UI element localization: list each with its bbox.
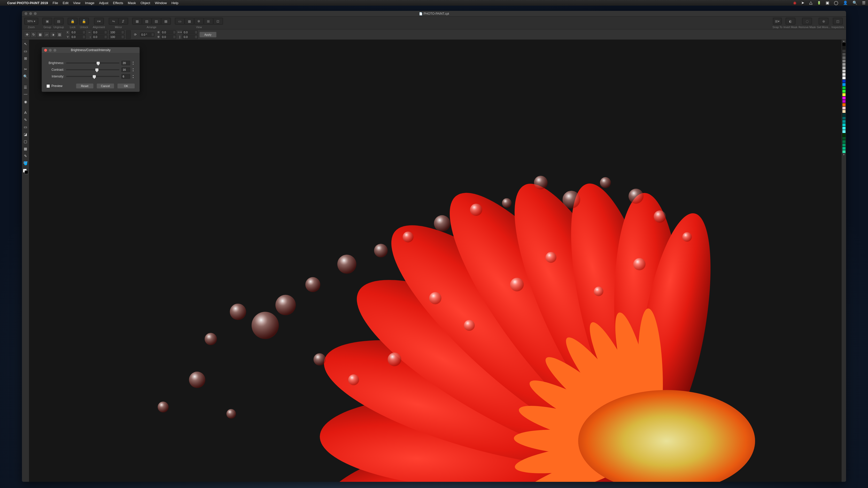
- reset-button[interactable]: Reset: [76, 84, 94, 89]
- palette-swatch[interactable]: [842, 140, 846, 143]
- status-trend-icon[interactable]: ◉: [793, 1, 797, 5]
- palette-swatch[interactable]: [842, 63, 846, 66]
- menu-file[interactable]: File: [53, 1, 58, 5]
- palette-swatch[interactable]: [842, 66, 846, 69]
- forward-button[interactable]: ▧: [142, 18, 151, 24]
- brightness-value-input[interactable]: 20: [121, 61, 130, 65]
- palette-swatch[interactable]: [842, 96, 846, 100]
- menu-adjust[interactable]: Adjust: [99, 1, 108, 5]
- to-front-button[interactable]: ▦: [132, 18, 142, 24]
- group-button[interactable]: ▣: [43, 18, 52, 24]
- lock-button[interactable]: 🔒: [68, 18, 77, 24]
- fg-bg-swatch[interactable]: [23, 169, 28, 174]
- intensity-spinner[interactable]: ▲▼: [132, 74, 135, 79]
- dialog-close-button[interactable]: [44, 49, 47, 52]
- to-back-button[interactable]: ▩: [161, 18, 170, 24]
- snap-button[interactable]: ⊞▾: [773, 18, 781, 24]
- ungroup-button[interactable]: ▤: [54, 18, 63, 24]
- palette-swatch[interactable]: [842, 76, 846, 79]
- palette-swatch[interactable]: [842, 83, 846, 86]
- palette-up-icon[interactable]: ▲: [842, 40, 846, 43]
- cancel-button[interactable]: Cancel: [97, 84, 114, 89]
- mirror-v-button[interactable]: ⇵: [119, 18, 128, 24]
- palette-swatch[interactable]: [842, 113, 846, 117]
- dialog-titlebar[interactable]: Brightness/Contrast/Intensity: [42, 47, 140, 53]
- rotation-input[interactable]: 0.0 °: [140, 33, 154, 37]
- mode-scale-button[interactable]: ▦: [37, 32, 43, 37]
- brightness-slider[interactable]: [66, 61, 119, 65]
- mode-move-button[interactable]: ✥: [24, 32, 30, 37]
- contrast-slider[interactable]: [66, 68, 119, 72]
- palette-swatch[interactable]: [842, 69, 846, 73]
- shape-tool[interactable]: ▭: [23, 125, 28, 130]
- transparency-tool[interactable]: ▦: [23, 146, 28, 151]
- status-circle-icon[interactable]: ◯: [834, 1, 838, 5]
- dialog-minimize-button[interactable]: [49, 49, 52, 52]
- backward-button[interactable]: ▨: [152, 18, 161, 24]
- palette-swatch[interactable]: [842, 150, 846, 153]
- anchor-grid[interactable]: [126, 30, 131, 39]
- palette-swatch[interactable]: [842, 103, 846, 106]
- status-spotlight-icon[interactable]: 🔍: [852, 1, 858, 5]
- palette-swatch[interactable]: [842, 147, 846, 150]
- palette-swatch[interactable]: [842, 56, 846, 59]
- palette-swatch[interactable]: [842, 143, 846, 147]
- palette-swatch[interactable]: [842, 137, 846, 140]
- unlock-button[interactable]: 🔓: [79, 18, 89, 24]
- menu-image[interactable]: Image: [85, 1, 94, 5]
- brush-tool[interactable]: ✎: [23, 117, 28, 122]
- dialog-zoom-button[interactable]: [54, 49, 56, 52]
- status-location-icon[interactable]: ➤: [801, 1, 804, 5]
- view-2-button[interactable]: ▦: [185, 18, 194, 24]
- rot-cx-input[interactable]: 0.0: [161, 30, 176, 34]
- minimize-window-button[interactable]: [29, 12, 32, 15]
- menu-view[interactable]: View: [73, 1, 80, 5]
- palette-swatch[interactable]: [842, 120, 846, 123]
- intensity-value-input[interactable]: 6: [121, 74, 130, 79]
- inspectors-button[interactable]: ◫: [833, 18, 842, 24]
- rot-cy-input[interactable]: 0.0: [161, 35, 176, 39]
- skew-v-input[interactable]: 0.0: [182, 35, 198, 39]
- status-user-icon[interactable]: 👤: [843, 1, 848, 5]
- redeye-tool[interactable]: ◉: [23, 99, 28, 104]
- mode-perspective-button[interactable]: ▥: [56, 32, 63, 37]
- palette-swatch[interactable]: [842, 127, 846, 130]
- shadow-tool[interactable]: ▢: [23, 139, 28, 144]
- close-window-button[interactable]: [25, 12, 27, 15]
- view-3-button[interactable]: ✻: [194, 18, 204, 24]
- palette-swatch[interactable]: [842, 117, 846, 120]
- zoom-dropdown[interactable]: 98% ▾: [25, 18, 38, 24]
- palette-swatch[interactable]: [842, 49, 846, 53]
- mode-distort-button[interactable]: ⬗: [50, 32, 56, 37]
- eyedropper-tool[interactable]: ✎: [23, 153, 28, 159]
- apply-button[interactable]: Apply: [199, 32, 216, 37]
- palette-swatch[interactable]: [842, 86, 846, 90]
- slider-tool[interactable]: ☰: [23, 85, 28, 90]
- get-more-button[interactable]: ⊕: [819, 18, 828, 24]
- menu-help[interactable]: Help: [172, 1, 179, 5]
- palette-swatch[interactable]: [842, 79, 846, 83]
- palette-swatch[interactable]: [842, 106, 846, 110]
- mask-transform-tool[interactable]: ⊞: [23, 56, 28, 61]
- fill-tool[interactable]: 🪣: [23, 161, 28, 166]
- contrast-value-input[interactable]: 16: [121, 67, 130, 72]
- remove-mask-button[interactable]: ◌: [802, 18, 812, 24]
- status-wifi-icon[interactable]: ⧋: [809, 1, 812, 5]
- status-menu-icon[interactable]: ☰: [862, 1, 865, 5]
- zoom-window-button[interactable]: [34, 12, 37, 15]
- width-input[interactable]: 0.0: [92, 30, 107, 34]
- palette-swatch[interactable]: [842, 43, 846, 46]
- palette-swatch[interactable]: [842, 53, 846, 56]
- menu-edit[interactable]: Edit: [63, 1, 68, 5]
- eraser-tool[interactable]: ◪: [23, 132, 28, 137]
- palette-swatch[interactable]: [842, 100, 846, 103]
- invert-mask-button[interactable]: ◐: [786, 18, 795, 24]
- app-name[interactable]: Corel PHOTO-PAINT 2019: [7, 1, 48, 5]
- palette-down-icon[interactable]: ▼: [842, 153, 846, 156]
- mode-rotate-button[interactable]: ↻: [30, 32, 37, 37]
- pick-tool[interactable]: ↖: [23, 41, 28, 46]
- palette-swatch[interactable]: [842, 93, 846, 96]
- menu-window[interactable]: Window: [155, 1, 167, 5]
- view-1-button[interactable]: ▭: [175, 18, 184, 24]
- text-tool[interactable]: A: [23, 110, 28, 115]
